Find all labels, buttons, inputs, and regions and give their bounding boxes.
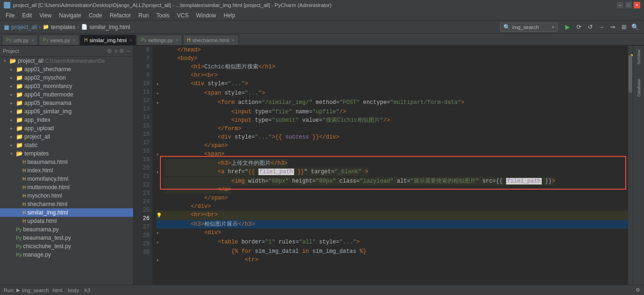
search-input[interactable] — [512, 24, 550, 30]
fold-gutter-20[interactable]: ▾ — [156, 168, 164, 177]
tree-item-templates[interactable]: ▾ 📂 templates — [0, 149, 133, 158]
tab-close-icon[interactable]: × — [176, 38, 178, 43]
tab-close-icon[interactable]: × — [129, 38, 132, 43]
fold-gutter-11[interactable]: ▾ — [156, 89, 164, 98]
dropdown-icon[interactable]: ▾ — [552, 24, 554, 30]
tree-item-app03_momnfancy[interactable]: ▸ 📁 app03_momnfancy — [0, 82, 133, 90]
tree-item-momnfancy-html[interactable]: H momnfancy.html — [0, 175, 133, 183]
tree-item-myschon-html[interactable]: H myschon.html — [0, 192, 133, 200]
menu-refactor[interactable]: Refactor — [106, 11, 135, 20]
nav-templates[interactable]: templates — [51, 24, 76, 30]
tree-item-index-html[interactable]: H index.html — [0, 166, 133, 175]
database-button[interactable]: Database — [636, 77, 642, 99]
line-number-14: 14 — [134, 113, 150, 122]
tree-item-updata-html[interactable]: H updata.html — [0, 217, 133, 225]
statusbar: Run: ▶ img_search html › body › h3 ⚙ — [0, 285, 644, 295]
line-number-27: 27 — [134, 223, 150, 231]
run-button[interactable]: ▶ — [562, 22, 573, 32]
nav-project[interactable]: project_all — [11, 24, 37, 30]
tree-item-similar_img-html[interactable]: H similar_img.html — [0, 208, 133, 217]
sidebar-collapse-icon[interactable]: ─ — [126, 48, 130, 54]
tree-item-beaumama_test-py[interactable]: Py beaumama_test.py — [0, 234, 133, 242]
minimize-button[interactable]: ─ — [617, 2, 623, 8]
menu-navigate[interactable]: Navigate — [55, 11, 85, 20]
menu-run[interactable]: Run — [135, 11, 152, 20]
fold-gutter-21 — [156, 177, 164, 178]
tree-item-app02_myschon[interactable]: ▸ 📁 app02_myschon — [0, 74, 133, 82]
fold-gutter-10[interactable]: ▾ — [156, 80, 164, 89]
menu-view[interactable]: View — [36, 11, 55, 20]
fold-gutter-24 — [156, 202, 164, 203]
menu-help[interactable]: Help — [220, 11, 239, 20]
menu-edit[interactable]: Edit — [18, 11, 36, 20]
tree-item-app_upload[interactable]: ▸ 📁 app_upload — [0, 124, 133, 133]
nav-file[interactable]: similar_img.html — [90, 24, 130, 30]
vertical-scrollbar[interactable] — [628, 46, 633, 285]
tree-item-app_index[interactable]: ▸ 📁 app_index — [0, 116, 133, 124]
back-button[interactable]: ↺ — [585, 22, 595, 32]
tree-item-manage-py[interactable]: Py manage.py — [0, 251, 133, 259]
maximize-button[interactable]: □ — [625, 2, 632, 8]
tab-similar_img-html[interactable]: Hsimilar_img.html× — [80, 35, 136, 45]
tab-close-icon[interactable]: × — [232, 38, 234, 43]
tree-item-label: similar_img.html — [27, 209, 68, 216]
nav-sep2: › — [77, 24, 79, 30]
line-number-26: 26 — [134, 214, 150, 223]
step-button[interactable]: ⇒ — [607, 22, 618, 32]
right-sidebar: SciView Database — [633, 46, 644, 285]
tree-item-app06_similar_img[interactable]: ▸ 📁 app06_similar_img — [0, 107, 133, 116]
statusbar-settings-icon[interactable]: ⚙ — [636, 287, 640, 293]
menu-tools[interactable]: Tools — [152, 11, 173, 20]
tab-close-icon[interactable]: × — [73, 38, 75, 43]
tree-file-icon: H — [23, 167, 26, 174]
tree-item-chicschuhe_test-py[interactable]: Py chicschuhe_test.py — [0, 242, 133, 251]
fold-gutter-27[interactable]: ▾ — [156, 229, 164, 238]
grid-button[interactable]: ⊞ — [619, 22, 629, 32]
sidebar-layout-icon[interactable]: ≡ — [114, 48, 117, 54]
tree-item-project_all[interactable]: ▾ 📂 project_all C:\Users\Administrator\D… — [0, 57, 133, 65]
menu-file[interactable]: File — [2, 11, 18, 20]
menu-window[interactable]: Window — [192, 11, 220, 20]
tree-item-project_all[interactable]: ▸ 📁 project_all — [0, 133, 133, 141]
tab-urls-py[interactable]: Pyurls.py× — [2, 35, 38, 45]
code-content-20: <a href="{{ file1_path }}" target="_blan… — [164, 168, 368, 176]
tab-settings-py[interactable]: Pysettings.py× — [136, 35, 182, 45]
tree-item-app04_muttermode[interactable]: ▸ 📁 app04_muttermode — [0, 90, 133, 99]
tab-close-icon[interactable]: × — [31, 38, 34, 43]
tree-item-shecharme-html[interactable]: H shecharme.html — [0, 200, 133, 208]
menu-vcs[interactable]: VCS — [173, 11, 192, 20]
code-line-16: <div style="...">{{ success }}</div> — [156, 133, 628, 141]
tree-item-static[interactable]: ▸ 📁 static — [0, 141, 133, 149]
sidebar-settings-icon[interactable]: ⚙ — [107, 48, 112, 54]
sidebar-gear-icon[interactable]: ⚙ — [119, 48, 124, 54]
code-editor[interactable]: </head> <body> <h1>Cichic相似图片搜索</h1> <hr… — [152, 46, 628, 285]
close-button[interactable]: ✕ — [634, 2, 640, 8]
tree-item-beaumama-html[interactable]: H beaumama.html — [0, 158, 133, 166]
sciview-button[interactable]: SciView — [636, 48, 642, 66]
code-line-11: ▾ <span style="..."> — [156, 89, 628, 98]
find-button[interactable]: 🔍 — [630, 22, 640, 32]
tree-item-beaumama-py[interactable]: Py beaumama.py — [0, 225, 133, 234]
fold-gutter-28[interactable]: ▾ — [156, 238, 164, 247]
fold-gutter-12[interactable]: ▾ — [156, 98, 164, 108]
tree-item-label: templates — [24, 150, 49, 157]
scrollbar-thumb[interactable] — [629, 55, 632, 93]
tree-arrow: ▸ — [10, 92, 16, 97]
fold-gutter-18[interactable]: ▾ — [156, 150, 164, 159]
search-box[interactable]: 🔍 ▾ — [500, 22, 558, 32]
tree-item-muttermode-html[interactable]: H muttermode.html — [0, 183, 133, 192]
tree-item-app01_shecharme[interactable]: ▸ 📁 app01_shecharme — [0, 65, 133, 74]
reload-button[interactable]: ⟳ — [574, 22, 584, 32]
tab-views-py[interactable]: Pyviews.py× — [38, 35, 79, 45]
code-content-22: </a> — [164, 185, 231, 194]
forward-button[interactable]: → — [596, 22, 606, 32]
titlebar: project_all [C:\Users\Administrator\Desk… — [0, 0, 644, 10]
line-number-29: 29 — [134, 240, 150, 248]
fold-gutter-25: 💡 — [156, 211, 164, 220]
menu-code[interactable]: Code — [85, 11, 106, 20]
tree-item-label: app03_momnfancy — [24, 83, 72, 89]
fold-gutter-30[interactable]: ▾ — [156, 256, 164, 265]
tab-shecharme-html[interactable]: Hshecharme.html× — [183, 35, 239, 45]
tabs-bar: Pyurls.py×Pyviews.py×Hsimilar_img.html×P… — [0, 34, 644, 46]
tree-item-app05_beaumama[interactable]: ▸ 📁 app05_beaumama — [0, 99, 133, 107]
